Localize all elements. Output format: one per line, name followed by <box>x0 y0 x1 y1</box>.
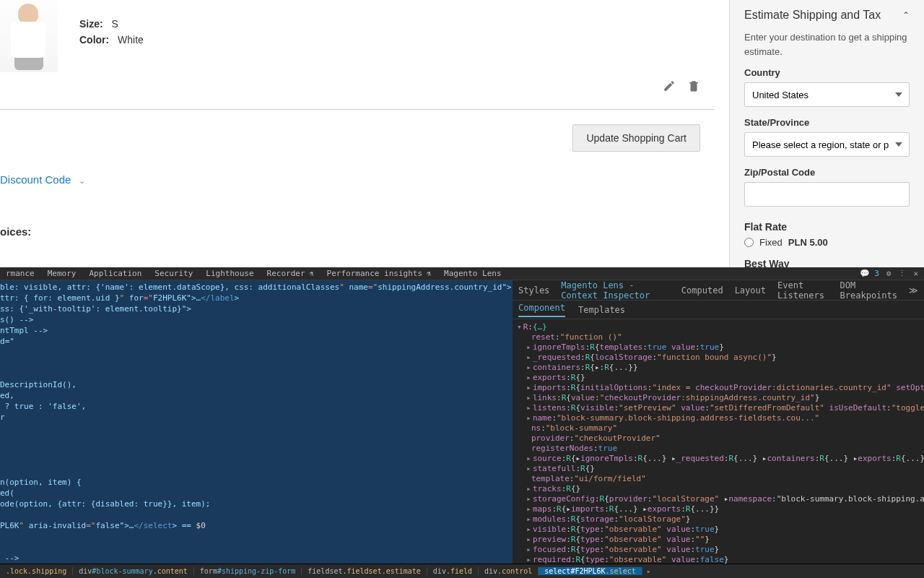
remove-item-icon[interactable] <box>687 79 700 92</box>
color-value: White <box>118 34 144 46</box>
size-value: S <box>112 18 118 30</box>
flat-rate-option[interactable]: Fixed PLN 5.00 <box>744 237 910 248</box>
best-way-title: Best Way <box>744 258 910 267</box>
update-cart-button[interactable]: Update Shopping Cart <box>572 124 700 152</box>
country-select[interactable]: United States <box>744 82 910 107</box>
flat-rate-label: Fixed <box>759 237 783 248</box>
chevron-up-icon: ⌃ <box>902 10 910 20</box>
flat-rate-price: PLN 5.00 <box>788 237 828 248</box>
zip-input[interactable] <box>744 182 910 207</box>
color-label: Color: <box>79 34 109 46</box>
estimate-title: Estimate Shipping and Tax <box>744 9 881 22</box>
estimate-shipping-toggle[interactable]: Estimate Shipping and Tax ⌃ <box>744 0 910 30</box>
region-select[interactable]: Please select a region, state or provi <box>744 132 910 157</box>
flat-rate-title: Flat Rate <box>744 221 910 233</box>
region-label: State/Province <box>744 117 910 128</box>
estimate-description: Enter your destination to get a shipping… <box>744 30 910 59</box>
zip-label: Zip/Postal Code <box>744 167 910 178</box>
choices-label: oices: <box>0 225 715 238</box>
country-label: Country <box>744 67 910 78</box>
discount-label: Discount Code <box>0 173 71 186</box>
size-label: Size: <box>79 18 103 30</box>
discount-code-toggle[interactable]: Discount Code ⌄ <box>0 173 715 186</box>
flat-rate-radio[interactable] <box>744 238 754 247</box>
product-image <box>0 0 58 72</box>
product-attributes: Size: S Color: White <box>79 18 144 50</box>
chevron-down-icon: ⌄ <box>79 176 85 185</box>
edit-item-icon[interactable] <box>663 79 676 92</box>
